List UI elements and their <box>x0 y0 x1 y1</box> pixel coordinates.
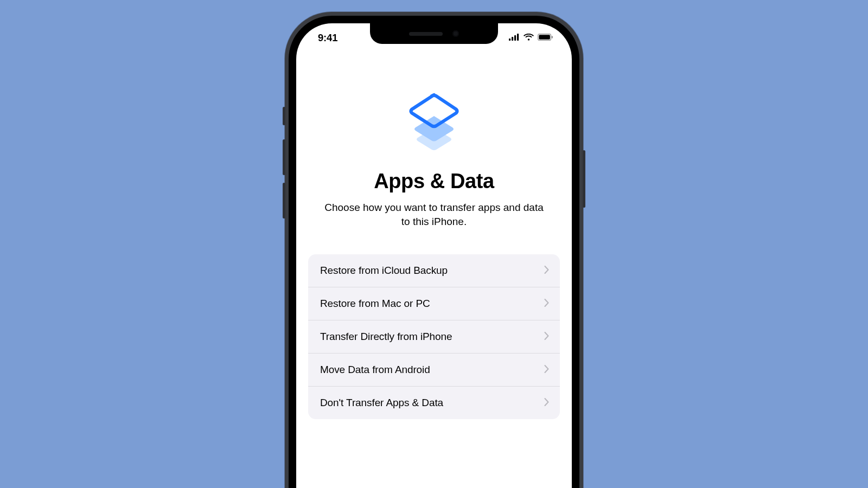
chevron-right-icon <box>544 364 549 376</box>
svg-rect-6 <box>552 36 553 38</box>
status-time: 9:41 <box>318 32 337 44</box>
svg-rect-1 <box>512 37 513 41</box>
phone-bezel: 9:41 <box>289 16 579 488</box>
status-bar: 9:41 <box>296 23 572 53</box>
svg-rect-3 <box>517 34 519 41</box>
option-label: Restore from iCloud Backup <box>320 265 448 277</box>
chevron-right-icon <box>544 331 549 343</box>
chevron-right-icon <box>544 265 549 277</box>
transfer-options-list: Restore from iCloud Backup Restore from … <box>308 254 560 419</box>
page-title: Apps & Data <box>308 170 560 193</box>
svg-rect-2 <box>514 35 516 41</box>
page-subtitle: Choose how you want to transfer apps and… <box>322 201 546 228</box>
wifi-icon <box>524 33 534 43</box>
svg-rect-0 <box>509 38 510 41</box>
status-icons <box>509 33 553 43</box>
option-move-android[interactable]: Move Data from Android <box>308 353 560 386</box>
screen: 9:41 <box>296 23 572 488</box>
svg-rect-5 <box>539 35 550 39</box>
mute-switch <box>283 107 285 125</box>
phone-frame: 9:41 <box>285 12 583 488</box>
option-label: Transfer Directly from iPhone <box>320 331 452 343</box>
volume-down-button <box>283 183 285 219</box>
option-label: Restore from Mac or PC <box>320 298 430 310</box>
chevron-right-icon <box>544 298 549 310</box>
option-label: Don't Transfer Apps & Data <box>320 397 443 409</box>
option-label: Move Data from Android <box>320 364 430 376</box>
option-dont-transfer[interactable]: Don't Transfer Apps & Data <box>308 386 560 419</box>
apps-data-stack-icon <box>308 92 560 157</box>
volume-up-button <box>283 139 285 175</box>
option-transfer-iphone[interactable]: Transfer Directly from iPhone <box>308 320 560 353</box>
option-restore-mac-pc[interactable]: Restore from Mac or PC <box>308 287 560 320</box>
option-restore-icloud[interactable]: Restore from iCloud Backup <box>308 254 560 287</box>
setup-content: Apps & Data Choose how you want to trans… <box>296 53 572 488</box>
cellular-icon <box>509 33 520 43</box>
power-button <box>583 150 585 208</box>
battery-icon <box>538 33 553 43</box>
chevron-right-icon <box>544 397 549 409</box>
